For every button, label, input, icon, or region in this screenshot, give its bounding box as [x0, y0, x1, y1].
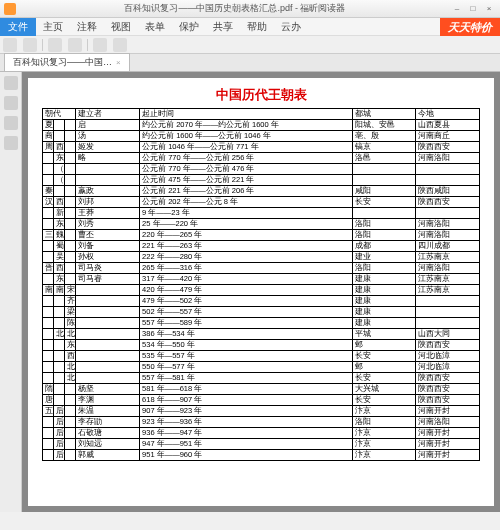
tool-select-icon[interactable]: [23, 38, 37, 52]
cell: （战国）: [54, 175, 65, 186]
page-viewport[interactable]: 中国历代王朝表 朝代 建立者 起止时间 都城 今地 夏朝启约公元前 2070 年…: [22, 72, 500, 512]
dynasty-table: 朝代 建立者 起止时间 都城 今地 夏朝启约公元前 2070 年——约公元前 1…: [42, 108, 480, 461]
cell: [416, 296, 480, 307]
cell: [65, 395, 76, 406]
attachments-icon[interactable]: [4, 136, 18, 150]
table-header-row: 朝代 建立者 起止时间 都城 今地: [43, 109, 480, 120]
cell: [43, 153, 54, 164]
cell: 公元前 770 年——公元前 476 年: [140, 164, 352, 175]
cell: 东晋: [54, 274, 65, 285]
cell: [76, 296, 140, 307]
cell: 魏: [54, 230, 65, 241]
tool-zoom-icon[interactable]: [48, 38, 62, 52]
cell: [416, 164, 480, 175]
cell: [65, 252, 76, 263]
cell: 西周: [54, 142, 65, 153]
table-row: 秦嬴政公元前 221 年——公元前 206 年咸阳陕西咸阳: [43, 186, 480, 197]
cell: 南朝: [54, 285, 65, 296]
cell: 后晋: [54, 428, 65, 439]
maximize-button[interactable]: □: [466, 3, 480, 15]
menu-help[interactable]: 帮助: [240, 18, 274, 36]
tab-label: 百科知识复习——中国…: [13, 56, 112, 69]
cell: 北齐→高洋: [65, 362, 76, 373]
menu-form[interactable]: 表单: [138, 18, 172, 36]
app-icon: [4, 3, 16, 15]
cell: 李渊: [76, 395, 140, 406]
table-row: 隋朝杨坚581 年——618 年大兴城陕西西安: [43, 384, 480, 395]
cell: 成都: [352, 241, 416, 252]
cell: [416, 318, 480, 329]
cell: 534 年—550 年: [140, 340, 352, 351]
table-row: 后晋石敬瑭936 年——947 年汴京河南开封: [43, 428, 480, 439]
menu-share[interactable]: 共享: [206, 18, 240, 36]
cell: 建康: [352, 307, 416, 318]
menu-view[interactable]: 视图: [104, 18, 138, 36]
cell: [43, 428, 54, 439]
tool-fit-icon[interactable]: [68, 38, 82, 52]
cell: 420 年——479 年: [140, 285, 352, 296]
cell: 公元前 202 年——公元 8 年: [140, 197, 352, 208]
cell: 长安: [352, 197, 416, 208]
tool-rotate-icon[interactable]: [93, 38, 107, 52]
close-button[interactable]: ×: [482, 3, 496, 15]
promo-banner[interactable]: 天天特价: [440, 18, 500, 36]
cell: [76, 340, 140, 351]
minimize-button[interactable]: –: [450, 3, 464, 15]
cell: 大兴城: [352, 384, 416, 395]
cell: 9 年——23 年: [140, 208, 352, 219]
document-tab[interactable]: 百科知识复习——中国… ×: [4, 53, 130, 71]
menu-cloud[interactable]: 云办: [274, 18, 308, 36]
cell: 约公元前 1600 年——公元前 1046 年: [140, 131, 352, 142]
cell: [65, 439, 76, 450]
table-row: 夏朝启约公元前 2070 年——约公元前 1600 年阳城、安邑山西夏县: [43, 120, 480, 131]
tool-print-icon[interactable]: [113, 38, 127, 52]
cell: [76, 285, 140, 296]
cell: 222 年——280 年: [140, 252, 352, 263]
cell: 唐朝: [43, 395, 54, 406]
separator: [87, 39, 88, 51]
cell: 后唐: [54, 417, 65, 428]
layers-icon[interactable]: [4, 116, 18, 130]
cell: 建康: [352, 296, 416, 307]
cell: 王莽: [76, 208, 140, 219]
cell: [65, 230, 76, 241]
menu-annotate[interactable]: 注释: [70, 18, 104, 36]
th-location: 今地: [416, 109, 480, 120]
cell: 孙权: [76, 252, 140, 263]
cell: 刘备: [76, 241, 140, 252]
cell: [43, 241, 54, 252]
bookmark-icon[interactable]: [4, 76, 18, 90]
cell: [65, 175, 76, 186]
cell: [43, 450, 54, 461]
cell: 姬发: [76, 142, 140, 153]
cell: 梁→萧衍: [65, 307, 76, 318]
cell: 河南洛阳: [416, 263, 480, 274]
cell: 建康: [352, 274, 416, 285]
cell: 略: [76, 153, 140, 164]
cell: 221 年——263 年: [140, 241, 352, 252]
table-row: 后唐李存勖923 年——936 年洛阳河南洛阳: [43, 417, 480, 428]
cell: [416, 307, 480, 318]
cell: 杨坚: [76, 384, 140, 395]
table-row: 东晋司马睿317 年——420 年建康江苏南京: [43, 274, 480, 285]
menu-home[interactable]: 主页: [36, 18, 70, 36]
menu-protect[interactable]: 保护: [172, 18, 206, 36]
cell: [43, 373, 54, 384]
cell: [65, 428, 76, 439]
cell: 汴京: [352, 450, 416, 461]
thumbnails-icon[interactable]: [4, 96, 18, 110]
cell: （春秋）: [54, 164, 65, 175]
tool-hand-icon[interactable]: [3, 38, 17, 52]
cell: 洛邑: [352, 153, 416, 164]
cell: 265 年——316 年: [140, 263, 352, 274]
cell: 后周: [54, 450, 65, 461]
cell: 南北朝: [43, 285, 54, 296]
tab-close-icon[interactable]: ×: [116, 58, 121, 67]
cell: 长安: [352, 351, 416, 362]
cell: 商朝: [43, 131, 54, 142]
cell: [43, 208, 54, 219]
cell: 司马炎: [76, 263, 140, 274]
table-row: 汉西汉刘邦公元前 202 年——公元 8 年长安陕西西安: [43, 197, 480, 208]
menu-file[interactable]: 文件: [0, 18, 36, 36]
cell: [54, 362, 65, 373]
